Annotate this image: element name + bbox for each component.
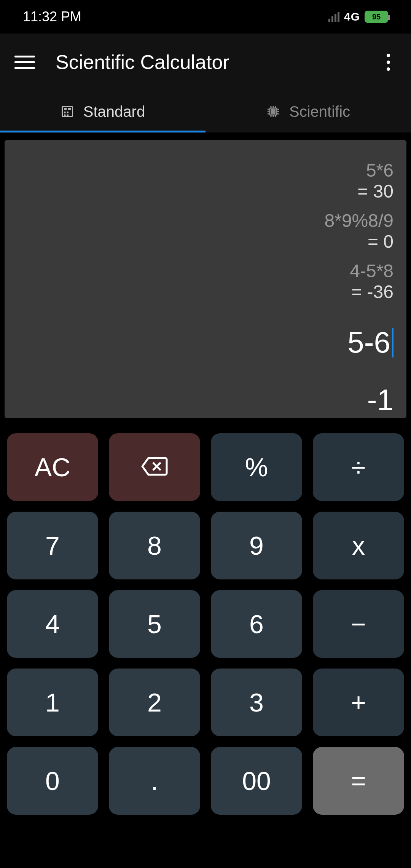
tabs: Standard Scientific xyxy=(0,91,411,132)
history-result: = -36 xyxy=(350,281,393,302)
history-expression: 8*9%8/9 xyxy=(325,210,393,231)
digit-8-button[interactable]: 8 xyxy=(109,512,200,579)
history-result: = 30 xyxy=(357,181,393,202)
backspace-icon xyxy=(141,452,168,482)
tab-scientific[interactable]: Scientific xyxy=(206,91,411,132)
clock: 11:32 PM xyxy=(23,9,81,25)
digit-0-button[interactable]: 0 xyxy=(7,747,98,815)
tab-standard-label: Standard xyxy=(83,103,145,120)
display-panel[interactable]: 5*6 = 30 8*9%8/9 = 0 4-5*8 = -36 5-6 -1 xyxy=(5,140,406,418)
digit-9-button[interactable]: 9 xyxy=(211,512,302,579)
digit-7-button[interactable]: 7 xyxy=(7,512,98,579)
battery-percent: 95 xyxy=(372,13,381,21)
svg-rect-4 xyxy=(67,112,68,113)
signal-icon xyxy=(328,12,339,22)
current-result: -1 xyxy=(367,383,393,417)
more-options-icon[interactable] xyxy=(377,54,400,71)
chip-icon xyxy=(266,105,280,118)
tab-standard[interactable]: Standard xyxy=(0,91,206,132)
history-entry: 4-5*8 = -36 xyxy=(350,260,393,302)
svg-rect-2 xyxy=(68,108,71,110)
history-entry: 5*6 = 30 xyxy=(357,160,393,202)
keypad: AC % ÷ 7 8 9 x 4 5 6 − 1 2 3 + 0 . 00 = xyxy=(7,433,404,815)
subtract-button[interactable]: − xyxy=(313,590,404,658)
multiply-button[interactable]: x xyxy=(313,512,404,579)
network-type: 4G xyxy=(344,10,360,23)
double-zero-button[interactable]: 00 xyxy=(211,747,302,815)
history-entry: 8*9%8/9 = 0 xyxy=(325,210,393,252)
status-right: 4G 95 xyxy=(328,10,388,23)
digit-3-button[interactable]: 3 xyxy=(211,669,302,736)
divide-button[interactable]: ÷ xyxy=(313,433,404,501)
tab-scientific-label: Scientific xyxy=(289,103,350,120)
add-button[interactable]: + xyxy=(313,669,404,736)
decimal-button[interactable]: . xyxy=(109,747,200,815)
svg-rect-3 xyxy=(64,112,66,113)
history-expression: 5*6 xyxy=(357,160,393,181)
calculator-icon xyxy=(61,105,74,118)
status-bar: 11:32 PM 4G 95 xyxy=(0,0,411,34)
app-bar: Scientific Calculator xyxy=(0,34,411,91)
digit-4-button[interactable]: 4 xyxy=(7,590,98,658)
digit-1-button[interactable]: 1 xyxy=(7,669,98,736)
current-expression: 5-6 xyxy=(347,325,393,360)
digit-6-button[interactable]: 6 xyxy=(211,590,302,658)
battery-icon: 95 xyxy=(365,11,388,23)
cursor-icon xyxy=(392,328,393,357)
digit-5-button[interactable]: 5 xyxy=(109,590,200,658)
history-result: = 0 xyxy=(325,231,393,252)
backspace-button[interactable] xyxy=(109,433,200,501)
equals-button[interactable]: = xyxy=(313,747,404,815)
hamburger-icon[interactable] xyxy=(11,56,38,69)
all-clear-button[interactable]: AC xyxy=(7,433,98,501)
page-title: Scientific Calculator xyxy=(56,51,377,73)
history-expression: 4-5*8 xyxy=(350,260,393,281)
svg-rect-1 xyxy=(64,108,67,110)
svg-rect-6 xyxy=(67,115,68,116)
digit-2-button[interactable]: 2 xyxy=(109,669,200,736)
percent-button[interactable]: % xyxy=(211,433,302,501)
svg-rect-8 xyxy=(271,110,275,113)
svg-rect-5 xyxy=(64,115,66,116)
